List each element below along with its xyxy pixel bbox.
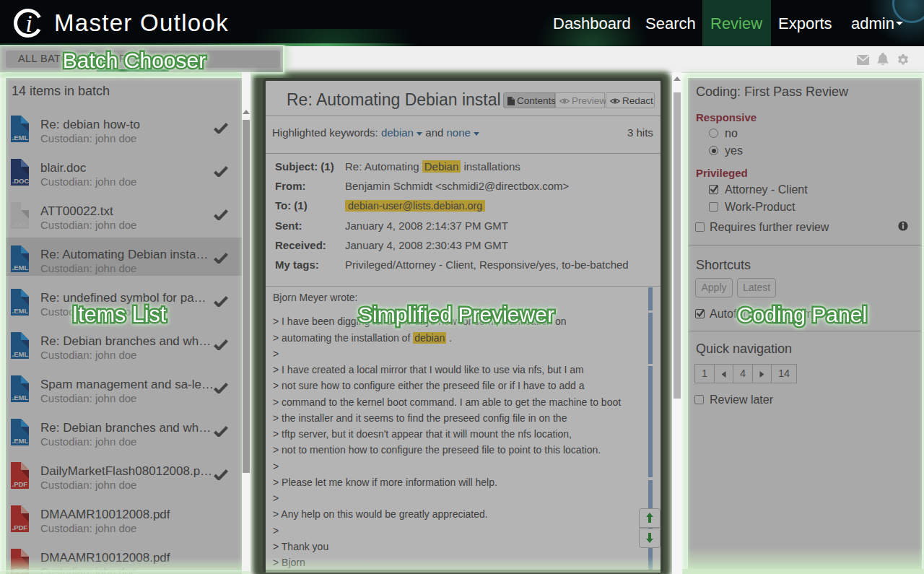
svg-text:Items List: Items List: [72, 302, 167, 326]
svg-text:Simplified Previewer: Simplified Previewer: [358, 303, 554, 326]
svg-text:Batch Chooser: Batch Chooser: [63, 48, 206, 72]
svg-text:Coding Panel: Coding Panel: [737, 303, 867, 326]
